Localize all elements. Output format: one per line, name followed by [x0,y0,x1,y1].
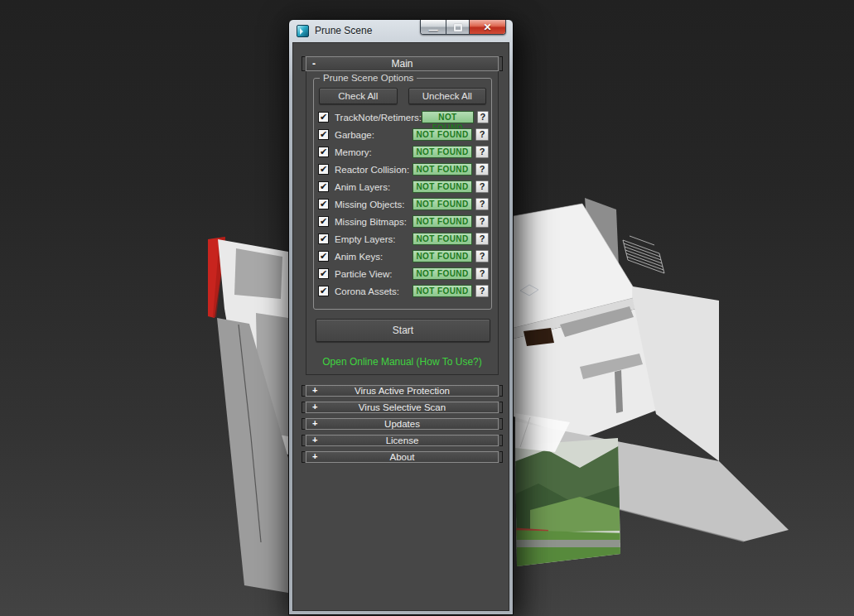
expand-icon[interactable]: + [312,436,317,445]
status-badge: NOT FOUND [413,146,472,158]
rollout-bracket [302,451,305,463]
uncheck-all-button[interactable]: Uncheck All [408,88,487,104]
status-badge: NOT FOUND [413,233,472,245]
minimize-icon: — [429,27,438,32]
option-row: ✔ Particle View: NOT FOUND ? [314,265,491,282]
landscape-backdrop [509,435,627,571]
option-row: ✔ Anim Layers: NOT FOUND ? [314,178,491,195]
help-button[interactable]: ? [477,111,489,123]
window-title: Prune Scene [315,25,372,36]
right-house-model [509,198,789,571]
option-row: ✔ Corona Assets: NOT FOUND ? [314,282,491,300]
checkbox-anim-layers[interactable]: ✔ [318,181,329,192]
checkbox-corona-assets[interactable]: ✔ [318,286,329,296]
main-rollout-content: Prune Scene Options Check All Uncheck Al… [306,71,499,375]
wireframe-stairs [623,236,664,273]
rollout-label: Updates [384,419,420,429]
rollout-virus-selective-scan[interactable]: + Virus Selective Scan [306,402,499,413]
option-label: Garbage: [335,130,413,140]
checkbox-reactor-collision[interactable]: ✔ [318,164,329,175]
status-badge: NOT FOUND [422,111,474,123]
option-row: ✔ Missing Objects: NOT FOUND ? [314,195,491,213]
online-manual-link[interactable]: Open Online Manual (How To Use?) [306,356,498,368]
prune-scene-window: Prune Scene — ✕ - Main Prune Scene Optio… [288,19,514,615]
checkbox-empty-layers[interactable]: ✔ [318,233,329,244]
option-label: Corona Assets: [335,286,413,296]
option-label: Missing Bitmaps: [335,217,413,227]
rollout-label: Virus Active Protection [355,386,450,396]
prune-options-group: Prune Scene Options Check All Uncheck Al… [313,78,492,310]
rollout-main[interactable]: - Main [306,56,499,71]
rollout-updates[interactable]: + Updates [306,418,499,430]
rollout-bracket [302,402,305,413]
option-row: ✔ Empty Layers: NOT FOUND ? [314,230,491,248]
option-label: Memory: [335,147,413,157]
status-badge: NOT FOUND [413,198,472,210]
close-button[interactable]: ✕ [470,20,505,35]
checkbox-anim-keys[interactable]: ✔ [318,251,329,262]
help-button[interactable]: ? [475,233,489,245]
option-label: Particle View: [335,269,413,279]
checkbox-missing-bitmaps[interactable]: ✔ [318,216,329,227]
expand-icon[interactable]: + [312,402,317,411]
checkbox-particle-view[interactable]: ✔ [318,268,329,279]
rollout-virus-active-protection[interactable]: + Virus Active Protection [306,385,499,397]
status-badge: NOT FOUND [413,250,472,262]
rollout-about[interactable]: + About [306,451,499,463]
checkbox-missing-objects[interactable]: ✔ [318,199,329,209]
left-wall-structure [208,237,288,593]
help-button[interactable]: ? [475,180,489,193]
option-row: ✔ TrackNote/Retimers: NOT FOUND ? [314,108,491,126]
rollout-bracket [302,435,305,446]
minimize-button[interactable]: — [421,20,446,35]
rollout-bracket [499,402,503,413]
dialog-client-area: - Main Prune Scene Options Check All Unc… [292,42,509,611]
status-badge: NOT FOUND [413,215,472,228]
rollout-label: Main [391,58,413,70]
status-badge: NOT FOUND [413,180,472,193]
status-badge: NOT FOUND [413,267,472,280]
option-row: ✔ Memory: NOT FOUND ? [314,143,491,161]
checkbox-garbage[interactable]: ✔ [318,129,329,140]
option-label: Reactor Collision: [335,165,413,175]
close-icon: ✕ [483,22,491,33]
status-badge: NOT FOUND [413,128,472,141]
maximize-icon [454,24,462,31]
maximize-button[interactable] [446,20,470,35]
expand-icon[interactable]: + [312,419,317,428]
group-title: Prune Scene Options [320,72,417,84]
help-button[interactable]: ? [475,146,489,158]
option-label: Anim Keys: [335,252,413,262]
rollout-bracket [499,385,503,397]
checkbox-tracknote[interactable]: ✔ [318,112,329,123]
rollout-bracket [499,451,503,463]
help-button[interactable]: ? [475,128,489,141]
help-button[interactable]: ? [475,267,489,280]
help-button[interactable]: ? [475,163,489,176]
rollout-bracket [302,385,305,397]
option-row: ✔ Garbage: NOT FOUND ? [314,126,491,143]
window-controls: — ✕ [420,20,506,35]
3dsmax-logo-icon [297,25,309,37]
help-button[interactable]: ? [475,198,489,210]
help-button[interactable]: ? [475,285,489,297]
option-row: ✔ Missing Bitmaps: NOT FOUND ? [314,213,491,230]
status-badge: NOT FOUND [413,285,472,297]
rollout-bracket [302,56,305,71]
expand-icon[interactable]: + [312,452,317,461]
rollout-license[interactable]: + License [306,435,499,446]
check-all-button[interactable]: Check All [319,88,398,104]
expand-icon[interactable]: + [312,386,317,395]
rollout-bracket [499,435,503,446]
rollout-bracket [499,418,503,430]
option-row: ✔ Anim Keys: NOT FOUND ? [314,248,491,265]
rollout-label: About [389,452,414,462]
start-button[interactable]: Start [316,319,490,342]
help-button[interactable]: ? [475,215,489,228]
checkbox-memory[interactable]: ✔ [318,147,329,157]
option-label: Empty Layers: [335,234,413,244]
help-button[interactable]: ? [475,250,489,262]
collapse-icon[interactable]: - [312,59,316,69]
option-label: TrackNote/Retimers: [335,113,422,123]
rollout-label: License [386,436,419,445]
